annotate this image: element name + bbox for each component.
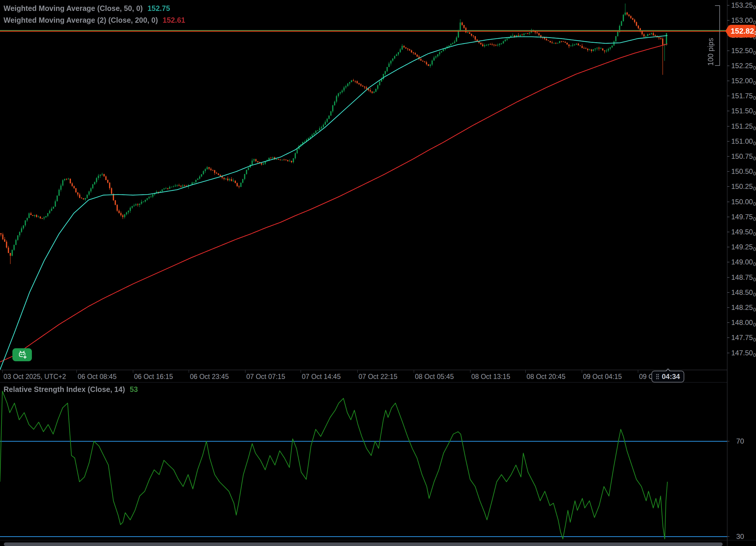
rsi-axis[interactable]: 70 30 bbox=[727, 382, 756, 540]
time-tick bbox=[470, 370, 470, 373]
price-axis-label: 153.000 bbox=[731, 16, 756, 25]
price-tick bbox=[727, 202, 729, 202]
price-range-measurement[interactable]: 100 pips bbox=[707, 5, 720, 66]
price-tick bbox=[727, 217, 729, 217]
price-axis-label: 150.000 bbox=[731, 198, 756, 206]
wma50-value: 152.75 bbox=[147, 4, 170, 13]
current-price-value: 152.823 bbox=[731, 27, 756, 36]
price-axis-label: 152.000 bbox=[731, 76, 756, 85]
time-axis[interactable]: 03 Oct 2025, UTC+206 Oct 08:4506 Oct 16:… bbox=[0, 370, 727, 382]
time-tick bbox=[76, 370, 77, 373]
price-axis-label: 148.250 bbox=[731, 303, 756, 312]
bar-countdown-badge[interactable]: 04:34 bbox=[651, 371, 684, 382]
price-axis-label: 151.000 bbox=[731, 137, 756, 146]
price-axis-label: 147.500 bbox=[731, 348, 756, 357]
price-tick bbox=[727, 81, 729, 81]
rsi-legend[interactable]: Relative Strength Index (Close, 14) 53 bbox=[4, 384, 138, 395]
price-axis-label: 148.500 bbox=[731, 288, 756, 297]
price-axis-label: 150.750 bbox=[731, 152, 756, 161]
robot-plus-icon bbox=[17, 350, 27, 360]
time-axis-label: 09 Oct 04:15 bbox=[583, 373, 622, 381]
price-axis-label: 149.750 bbox=[731, 213, 756, 221]
price-axis-label: 149.000 bbox=[731, 258, 756, 267]
time-tick bbox=[582, 370, 582, 373]
time-axis-label: 08 Oct 13:15 bbox=[471, 373, 510, 381]
rsi-value: 53 bbox=[130, 385, 138, 394]
axis-vertical-border bbox=[727, 0, 727, 546]
price-tick bbox=[727, 66, 729, 66]
current-price-badge: 152.823 bbox=[725, 25, 756, 38]
rsi-tick bbox=[727, 536, 729, 537]
price-tick bbox=[727, 111, 729, 111]
time-tick bbox=[301, 370, 301, 373]
price-tick bbox=[727, 5, 729, 6]
price-axis-label: 153.250 bbox=[731, 1, 756, 10]
price-tick bbox=[727, 50, 729, 51]
pane-divider[interactable] bbox=[0, 382, 727, 382]
price-axis-label: 149.500 bbox=[731, 228, 756, 237]
price-tick bbox=[727, 337, 729, 338]
pips-label: 100 pips bbox=[706, 5, 715, 66]
countdown-value: 04:34 bbox=[662, 372, 680, 381]
price-tick bbox=[727, 322, 729, 323]
time-tick bbox=[357, 370, 358, 373]
rsi-label: Relative Strength Index (Close, 14) bbox=[4, 385, 125, 394]
rsi-level-30-label: 30 bbox=[736, 532, 744, 541]
price-tick bbox=[727, 126, 729, 127]
price-tick bbox=[727, 171, 729, 172]
time-axis-label: 07 Oct 22:15 bbox=[359, 373, 397, 381]
wma200-label: Weighted Moving Average (2) (Close, 200,… bbox=[4, 16, 158, 25]
add-bot-button[interactable] bbox=[12, 348, 32, 361]
price-axis-label: 147.750 bbox=[731, 333, 756, 342]
main-chart-pane[interactable]: Weighted Moving Average (Close, 50, 0) 1… bbox=[0, 0, 727, 370]
price-tick bbox=[727, 262, 729, 263]
rsi-pane[interactable]: Relative Strength Index (Close, 14) 53 bbox=[0, 382, 727, 540]
rsi-level-70-label: 70 bbox=[736, 437, 744, 446]
legend-wma50[interactable]: Weighted Moving Average (Close, 50, 0) 1… bbox=[4, 2, 185, 14]
time-axis-label: 08 Oct 05:45 bbox=[415, 373, 454, 381]
bottom-scroll-strip bbox=[0, 540, 756, 546]
time-axis-label: 06 Oct 08:45 bbox=[78, 373, 117, 381]
drag-handle-icon[interactable] bbox=[656, 373, 659, 380]
price-tick bbox=[727, 141, 729, 142]
time-axis-label: 08 Oct 20:45 bbox=[527, 373, 566, 381]
price-tick bbox=[727, 277, 729, 278]
price-tick bbox=[727, 292, 729, 293]
price-tick bbox=[727, 156, 729, 157]
time-tick bbox=[133, 370, 133, 373]
time-tick bbox=[525, 370, 526, 373]
price-axis[interactable]: 153.250153.000152.750152.500152.250152.0… bbox=[727, 0, 756, 370]
indicator-legend: Weighted Moving Average (Close, 50, 0) 1… bbox=[4, 2, 185, 26]
rsi-canvas[interactable] bbox=[0, 382, 727, 540]
time-axis-label: 06 Oct 16:15 bbox=[134, 373, 173, 381]
legend-wma200[interactable]: Weighted Moving Average (2) (Close, 200,… bbox=[4, 14, 185, 26]
time-axis-label: 03 Oct 2025, UTC+2 bbox=[4, 373, 66, 381]
price-tick bbox=[727, 20, 729, 21]
time-axis-label: 07 Oct 14:45 bbox=[302, 373, 341, 381]
price-axis-label: 149.250 bbox=[731, 243, 756, 252]
horizontal-scrollbar[interactable] bbox=[4, 542, 723, 546]
price-tick bbox=[727, 353, 729, 353]
price-axis-label: 151.500 bbox=[731, 107, 756, 115]
time-tick bbox=[2, 370, 3, 373]
time-tick bbox=[245, 370, 245, 373]
price-axis-label: 148.750 bbox=[731, 273, 756, 282]
price-axis-label: 148.000 bbox=[731, 318, 756, 327]
time-tick bbox=[638, 370, 638, 373]
rsi-tick bbox=[727, 441, 729, 441]
price-tick bbox=[727, 96, 729, 96]
price-tick bbox=[727, 307, 729, 308]
price-axis-label: 152.250 bbox=[731, 61, 756, 70]
time-tick bbox=[414, 370, 414, 373]
price-axis-label: 150.500 bbox=[731, 167, 756, 176]
trading-chart-app: Weighted Moving Average (Close, 50, 0) 1… bbox=[0, 0, 756, 546]
price-axis-label: 151.250 bbox=[731, 122, 756, 131]
price-axis-label: 151.750 bbox=[731, 92, 756, 100]
candlestick-canvas[interactable] bbox=[0, 0, 727, 370]
price-tick bbox=[727, 247, 729, 247]
time-axis-label: 07 Oct 07:15 bbox=[246, 373, 285, 381]
measurement-bracket bbox=[716, 5, 720, 66]
wma200-value: 152.61 bbox=[163, 16, 185, 25]
time-axis-label: 06 Oct 23:45 bbox=[190, 373, 229, 381]
price-axis-label: 152.500 bbox=[731, 46, 756, 55]
